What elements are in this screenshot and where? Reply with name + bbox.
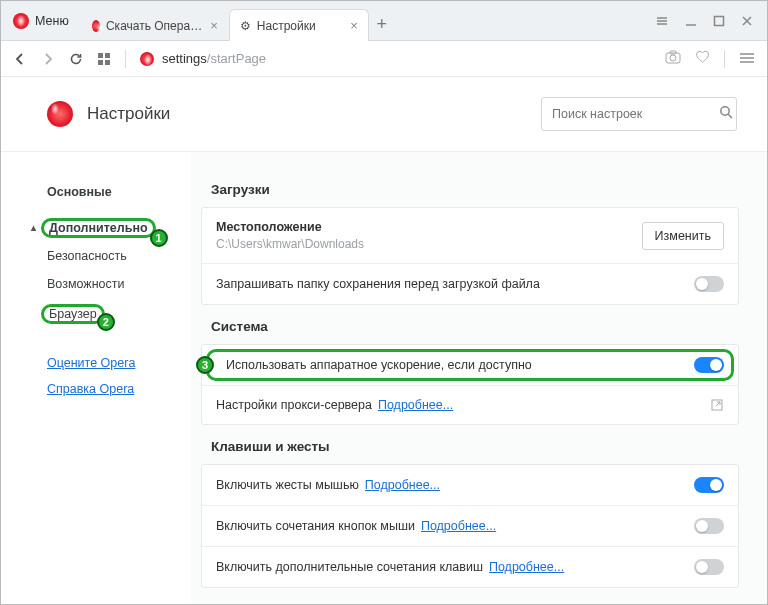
svg-point-6 — [670, 55, 676, 61]
download-location-label: Местоположение — [216, 220, 364, 234]
rate-opera-link[interactable]: Оцените Opera — [1, 350, 191, 376]
row-label: Включить сочетания кнопок мыши — [216, 519, 415, 533]
hw-accel-row[interactable]: 3 Использовать аппаратное ускорение, есл… — [202, 345, 738, 385]
navbar-right — [665, 50, 755, 68]
sidebar-item-label: Браузер — [49, 307, 97, 321]
sidebar: Основные ▴ Дополнительно 1 Безопасность … — [1, 152, 191, 605]
close-icon[interactable]: × — [210, 18, 218, 33]
gear-icon: ⚙ — [240, 19, 251, 33]
minimize-icon[interactable] — [685, 15, 697, 27]
svg-rect-0 — [715, 16, 724, 25]
ask-before-download-row[interactable]: Запрашивать папку сохранения перед загру… — [202, 263, 738, 304]
toggle-extra-keys[interactable] — [694, 559, 724, 575]
sidebar-item-advanced[interactable]: ▴ Дополнительно 1 — [1, 214, 191, 242]
section-title-system: Система — [211, 319, 739, 334]
tab-settings[interactable]: ⚙ Настройки × — [229, 9, 369, 41]
external-icon — [710, 398, 724, 412]
settings-search[interactable] — [541, 97, 737, 131]
download-location-row: Местоположение C:\Users\kmwar\Downloads … — [202, 208, 738, 263]
tab-label: Настройки — [257, 19, 316, 33]
menu-label: Меню — [35, 14, 69, 28]
proxy-row[interactable]: Настройки прокси-сервера Подробнее... — [202, 385, 738, 424]
search-icon — [719, 105, 733, 123]
toggle-rocker[interactable] — [694, 518, 724, 534]
divider — [125, 50, 126, 68]
opera-icon — [92, 20, 100, 32]
forward-icon[interactable] — [41, 52, 55, 66]
section-title-downloads: Загрузки — [211, 182, 739, 197]
tab-download-opera[interactable]: Скачать Опера для компь × — [81, 9, 229, 41]
menu-button[interactable]: Меню — [1, 1, 81, 40]
svg-rect-4 — [105, 60, 110, 65]
settings-header: Настройки — [1, 77, 767, 152]
sidebar-item-basic[interactable]: Основные — [1, 178, 191, 206]
more-link[interactable]: Подробнее... — [421, 519, 496, 533]
opera-icon — [13, 13, 29, 29]
toggle-ask-before-download[interactable] — [694, 276, 724, 292]
close-icon[interactable]: × — [350, 18, 358, 33]
svg-rect-3 — [98, 60, 103, 65]
navbar: settings/startPage — [1, 41, 767, 77]
help-opera-link[interactable]: Справка Opera — [1, 376, 191, 402]
proxy-more-link[interactable]: Подробнее... — [378, 398, 453, 412]
sidebar-item-features[interactable]: Возможности — [1, 270, 191, 298]
easy-setup-icon[interactable] — [739, 50, 755, 68]
tab-label: Скачать Опера для компь — [106, 19, 204, 33]
download-location-value: C:\Users\kmwar\Downloads — [216, 237, 364, 251]
back-icon[interactable] — [13, 52, 27, 66]
more-link[interactable]: Подробнее... — [489, 560, 564, 574]
app-window: Меню Скачать Опера для компь × ⚙ Настрой… — [0, 0, 768, 605]
row-label: Настройки прокси-сервера — [216, 398, 372, 412]
row-label: Запрашивать папку сохранения перед загру… — [216, 277, 540, 291]
row-label: Включить дополнительные сочетания клавиш — [216, 560, 483, 574]
toggle-hw-accel[interactable] — [694, 357, 724, 373]
settings-content: Загрузки Местоположение C:\Users\kmwar\D… — [191, 152, 767, 605]
reload-icon[interactable] — [69, 52, 83, 66]
rocker-row[interactable]: Включить сочетания кнопок мыши Подробнее… — [202, 505, 738, 546]
svg-rect-2 — [105, 53, 110, 58]
system-card: 3 Использовать аппаратное ускорение, есл… — [201, 344, 739, 425]
defaults-icon[interactable] — [655, 14, 669, 28]
heart-icon[interactable] — [695, 50, 710, 68]
titlebar: Меню Скачать Опера для компь × ⚙ Настрой… — [1, 1, 767, 41]
annotation-badge-2: 2 — [97, 313, 115, 331]
sidebar-item-security[interactable]: Безопасность — [1, 242, 191, 270]
change-location-button[interactable]: Изменить — [642, 222, 724, 250]
url-path: /startPage — [207, 51, 266, 66]
toggle-mouse-gestures[interactable] — [694, 477, 724, 493]
settings-body: Основные ▴ Дополнительно 1 Безопасность … — [1, 152, 767, 605]
mouse-gestures-row[interactable]: Включить жесты мышью Подробнее... — [202, 465, 738, 505]
extra-keys-row[interactable]: Включить дополнительные сочетания клавиш… — [202, 546, 738, 587]
divider — [724, 50, 725, 68]
downloads-card: Местоположение C:\Users\kmwar\Downloads … — [201, 207, 739, 305]
opera-icon — [47, 101, 73, 127]
maximize-icon[interactable] — [713, 15, 725, 27]
annotation-badge-3: 3 — [196, 356, 214, 374]
section-title-keys: Клавиши и жесты — [211, 439, 739, 454]
search-input[interactable] — [550, 106, 711, 122]
opera-icon — [140, 52, 154, 66]
row-label: Включить жесты мышью — [216, 478, 359, 492]
close-icon[interactable] — [741, 15, 753, 27]
sidebar-item-browser[interactable]: Браузер 2 — [1, 300, 191, 328]
page-title: Настройки — [87, 104, 170, 124]
svg-rect-1 — [98, 53, 103, 58]
snapshot-icon[interactable] — [665, 50, 681, 68]
window-controls — [655, 1, 767, 40]
new-tab-button[interactable]: + — [369, 9, 395, 40]
more-link[interactable]: Подробнее... — [365, 478, 440, 492]
keys-card: Включить жесты мышью Подробнее... Включи… — [201, 464, 739, 588]
chevron-up-icon: ▴ — [31, 222, 36, 233]
url-host: settings — [162, 51, 207, 66]
row-label: Использовать аппаратное ускорение, если … — [226, 358, 532, 372]
svg-point-8 — [721, 107, 729, 115]
address-bar[interactable]: settings/startPage — [140, 51, 266, 66]
sidebar-item-label: Дополнительно — [49, 221, 148, 235]
start-page-icon[interactable] — [97, 52, 111, 66]
